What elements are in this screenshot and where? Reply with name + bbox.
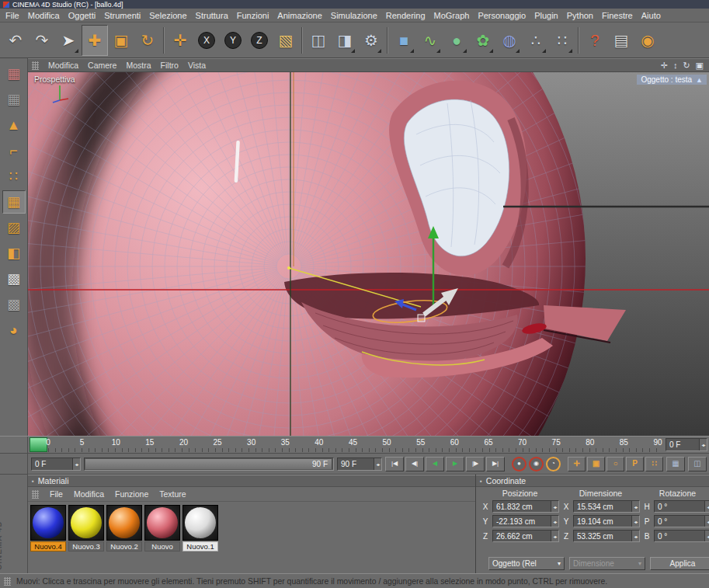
- spinner-icon[interactable]: ◂▸: [704, 516, 709, 527]
- range-start-field[interactable]: 0 F ◂▸: [31, 458, 81, 471]
- object-axis-mode-button[interactable]: ⌐: [2, 139, 26, 162]
- menu-finestre[interactable]: Finestre: [602, 11, 633, 20]
- add-environment-button[interactable]: ◍: [496, 25, 523, 56]
- content-browser-button[interactable]: ◉: [634, 25, 661, 56]
- viewport-menu-camere[interactable]: Camere: [88, 61, 116, 70]
- pan-view-icon[interactable]: ✛: [661, 61, 668, 71]
- scale-tool-button[interactable]: ▣: [108, 25, 134, 56]
- panel-grip[interactable]: [4, 577, 11, 586]
- spinner-icon[interactable]: ◂▸: [374, 458, 381, 470]
- menu-simulazione[interactable]: Simulazione: [331, 11, 377, 20]
- frame-range-slider[interactable]: 90 F: [84, 458, 334, 471]
- menu-aiuto[interactable]: Aiuto: [641, 11, 661, 20]
- make-editable-button[interactable]: ▲: [2, 113, 26, 137]
- points-mode-button[interactable]: ∷: [2, 165, 26, 188]
- live-selection-button[interactable]: ➤: [55, 25, 82, 56]
- viewport-menu-vista[interactable]: Vista: [188, 61, 206, 70]
- rotate-view-icon[interactable]: ↻: [683, 61, 690, 71]
- menu-plugin[interactable]: Plugin: [534, 11, 558, 20]
- render-settings-button[interactable]: ⚙: [358, 25, 384, 56]
- spinner-icon[interactable]: ◂▸: [631, 531, 639, 541]
- spinner-icon[interactable]: ◂▸: [631, 516, 639, 527]
- viewport-menu-mostra[interactable]: Mostra: [126, 61, 151, 70]
- coordinates-panel-header[interactable]: ▪ Coordinate: [476, 475, 709, 487]
- panel-grip[interactable]: [32, 490, 39, 499]
- animation-palette-button[interactable]: ◫: [688, 457, 707, 471]
- menu-python[interactable]: Python: [567, 11, 593, 20]
- menu-modifica[interactable]: Modifica: [28, 11, 60, 20]
- material-thumbnail[interactable]: [30, 505, 66, 541]
- spinner-icon[interactable]: ◂▸: [704, 531, 709, 541]
- material-item[interactable]: Nuovo.1: [182, 505, 218, 551]
- dimension-value-field[interactable]: 53.325 cm◂▸: [573, 530, 640, 542]
- material-item[interactable]: Nuovo.2: [106, 505, 142, 551]
- goto-end-button[interactable]: ▶|: [486, 457, 505, 471]
- timeline-ruler[interactable]: 051015202530354045505560657075808590: [28, 437, 666, 453]
- redo-button[interactable]: ↷: [29, 25, 55, 56]
- range-slider-handle[interactable]: 90 F: [85, 459, 332, 469]
- apply-button[interactable]: Applica: [650, 557, 709, 570]
- snap-settings-button[interactable]: ▦: [666, 457, 685, 471]
- dimension-value-field[interactable]: 19.104 cm◂▸: [573, 515, 640, 527]
- position-value-field[interactable]: 26.662 cm◂▸: [492, 530, 559, 542]
- record-scale-button[interactable]: ▣: [587, 457, 605, 471]
- move-tool-button[interactable]: ✚: [82, 25, 108, 56]
- panel-grip[interactable]: [32, 61, 39, 70]
- viewport-menu-filtro[interactable]: Filtro: [161, 61, 179, 70]
- position-value-field[interactable]: 61.832 cm◂▸: [492, 500, 559, 513]
- spinner-icon[interactable]: ◂▸: [699, 439, 707, 451]
- model-mode-button[interactable]: ◧: [2, 242, 26, 265]
- menu-strumenti[interactable]: Strumenti: [104, 11, 141, 20]
- layout-manager-button[interactable]: ▦: [2, 62, 26, 85]
- render-view-button[interactable]: ◫: [305, 25, 332, 56]
- spinner-icon[interactable]: ◂▸: [551, 516, 558, 527]
- material-thumbnail[interactable]: [144, 505, 180, 541]
- spinner-icon[interactable]: ◂▸: [704, 501, 709, 512]
- current-frame-field[interactable]: 0 F ◂▸: [666, 438, 707, 451]
- texture-axis-mode-button[interactable]: ▩: [2, 293, 26, 316]
- record-pla-button[interactable]: ∷: [645, 457, 663, 471]
- menu-file[interactable]: File: [5, 11, 19, 20]
- texture-mode-button[interactable]: ▩: [2, 267, 26, 291]
- add-deformer-button[interactable]: ∷: [549, 25, 575, 56]
- material-thumbnail[interactable]: [106, 505, 142, 541]
- menu-rendering[interactable]: Rendering: [386, 11, 426, 20]
- range-end-field[interactable]: 90 F ◂▸: [337, 458, 382, 471]
- add-modeling-button[interactable]: ✿: [470, 25, 496, 56]
- record-keyframe-button[interactable]: ●: [512, 457, 527, 471]
- record-parameter-button[interactable]: P: [626, 457, 644, 471]
- render-picture-viewer-button[interactable]: ◨: [332, 25, 358, 56]
- add-particles-button[interactable]: ∴: [523, 25, 549, 56]
- menu-funzioni[interactable]: Funzioni: [237, 11, 269, 20]
- viewport-menu-modifica[interactable]: Modifica: [48, 61, 78, 70]
- menu-selezione[interactable]: Selezione: [149, 11, 186, 20]
- materials-menu-modifica[interactable]: Modifica: [74, 489, 104, 499]
- material-item[interactable]: Nuovo.4: [30, 505, 66, 551]
- material-item[interactable]: Nuovo.3: [68, 505, 104, 551]
- add-spline-button[interactable]: ∿: [417, 25, 443, 56]
- rotate-tool-button[interactable]: ↻: [134, 25, 161, 56]
- record-position-button[interactable]: ✛: [568, 457, 586, 471]
- material-thumbnail[interactable]: [68, 505, 104, 541]
- material-thumbnail[interactable]: [182, 505, 218, 541]
- play-backward-button[interactable]: ◀: [426, 457, 444, 471]
- rotation-value-field[interactable]: 0 °◂▸: [654, 530, 709, 542]
- spinner-icon[interactable]: ◂▸: [72, 458, 80, 470]
- edges-mode-button[interactable]: ▦: [2, 190, 26, 214]
- materials-menu-file[interactable]: File: [50, 489, 63, 499]
- spinner-icon[interactable]: ◂▸: [551, 531, 558, 541]
- record-rotation-button[interactable]: ○: [606, 457, 624, 471]
- undo-button[interactable]: ↶: [2, 25, 29, 56]
- object-mode-dropdown[interactable]: Oggetto (Rel ▾: [488, 557, 565, 570]
- lock-y-axis-button[interactable]: Y: [220, 25, 246, 56]
- add-primitive-button[interactable]: ■: [391, 25, 417, 56]
- camera-mode-button[interactable]: ▦: [2, 88, 26, 111]
- material-item[interactable]: Nuovo: [144, 505, 180, 551]
- goto-start-button[interactable]: |◀: [385, 457, 404, 471]
- add-generator-button[interactable]: ●: [443, 25, 470, 56]
- position-value-field[interactable]: -22.193 cm◂▸: [492, 515, 559, 527]
- dimension-value-field[interactable]: 15.534 cm◂▸: [573, 500, 640, 513]
- materials-menu-funzione[interactable]: Funzione: [115, 489, 148, 499]
- command-manager-button[interactable]: ▤: [608, 25, 634, 56]
- lock-x-axis-button[interactable]: X: [193, 25, 220, 56]
